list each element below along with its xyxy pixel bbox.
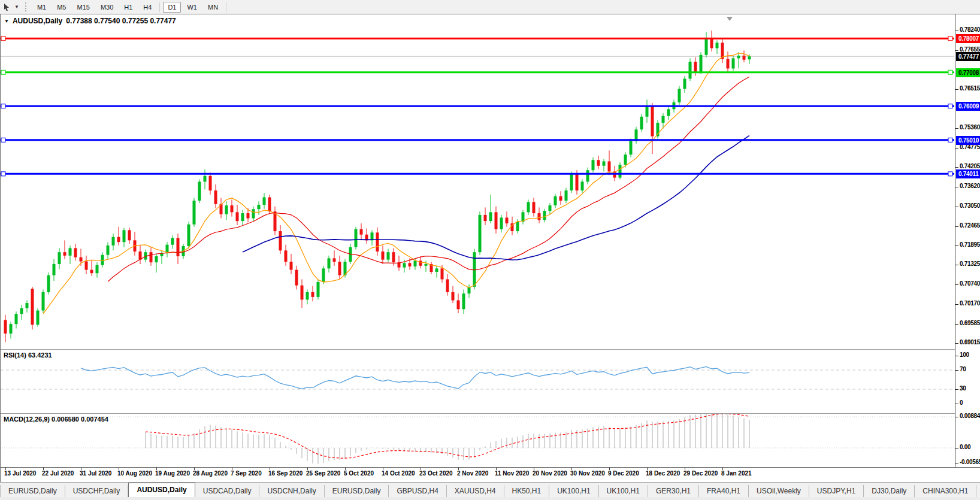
rsi-tick-label: 30 bbox=[960, 385, 966, 392]
chart-tab-FRA40-H1[interactable]: FRA40,H1 bbox=[699, 485, 749, 497]
price-tick-dash bbox=[955, 167, 958, 168]
chart-tab-DJ30-Daily[interactable]: DJ30,Daily bbox=[864, 485, 915, 497]
date-tick-label: 22 Jul 2020 bbox=[42, 470, 74, 477]
price-tick-dash bbox=[955, 343, 958, 344]
price-tick-dash bbox=[955, 50, 958, 51]
price-tick-dash bbox=[955, 324, 958, 325]
timeframe-button-MN[interactable]: MN bbox=[203, 2, 223, 13]
price-tick-dash bbox=[955, 246, 958, 246]
chart-tab-UK100-H1[interactable]: UK100,H1 bbox=[549, 485, 598, 497]
price-tick-dash bbox=[955, 207, 958, 207]
chart-tab-XAUUSD-H4[interactable]: XAUUSD,H4 bbox=[447, 485, 504, 497]
macd-tick-label: 0.00884 bbox=[960, 413, 980, 419]
price-tick-label: 0.69015 bbox=[960, 339, 980, 346]
date-tick-label: 30 Nov 2020 bbox=[570, 470, 605, 477]
macd-tick-label: -0.00565 bbox=[960, 459, 980, 465]
price-tick-label: 0.76515 bbox=[960, 85, 980, 92]
toolbar-separator bbox=[226, 2, 226, 12]
rsi-tick-dash bbox=[955, 404, 958, 404]
toolbar-grip[interactable] bbox=[25, 2, 28, 11]
date-tick-label: 20 Nov 2020 bbox=[533, 470, 567, 477]
price-tick-dash bbox=[955, 187, 958, 187]
date-tick-label: 31 Jul 2020 bbox=[80, 470, 111, 477]
level-price-box[interactable]: 0.77008 bbox=[956, 68, 980, 77]
level-price-box[interactable]: 0.78007 bbox=[956, 34, 980, 43]
level-price-box[interactable]: 0.75010 bbox=[956, 136, 980, 145]
price-tick-dash bbox=[955, 284, 958, 285]
price-tick-label: 0.71895 bbox=[960, 241, 980, 248]
chart-tab-GER30-H1[interactable]: GER30,H1 bbox=[648, 485, 699, 497]
timeframe-button-M15[interactable]: M15 bbox=[72, 2, 94, 13]
level-price-box[interactable]: 0.76009 bbox=[956, 102, 980, 111]
chart-tab-USDCAD-Daily[interactable]: USDCAD,Daily bbox=[195, 485, 260, 497]
macd-tick-dash bbox=[955, 448, 958, 449]
price-tick-dash bbox=[955, 148, 958, 149]
rsi-tick-label: 100 bbox=[960, 351, 969, 358]
chart-shift-marker-icon[interactable] bbox=[727, 17, 733, 21]
date-tick-label: 18 Dec 2020 bbox=[646, 470, 680, 477]
chart-tab-USDJPY-H1[interactable]: USDJPY,H1 bbox=[809, 485, 864, 497]
timeframe-button-H4[interactable]: H4 bbox=[138, 2, 156, 13]
price-tick-label: 0.71325 bbox=[960, 260, 980, 267]
date-tick-label: 19 Aug 2020 bbox=[155, 470, 190, 477]
rsi-tick-dash bbox=[955, 370, 958, 371]
timeframe-button-H1[interactable]: H1 bbox=[119, 2, 137, 13]
price-tick-label: 0.73050 bbox=[960, 202, 980, 209]
date-tick-label: 16 Sep 2020 bbox=[268, 470, 303, 477]
rsi-label: RSI(14) 63.4231 bbox=[4, 351, 52, 359]
chart-tab-USOil-[interactable]: USOil, bbox=[976, 485, 980, 497]
date-tick-label: 23 Oct 2020 bbox=[419, 470, 453, 477]
date-axis[interactable]: 13 Jul 202022 Jul 202031 Jul 202010 Aug … bbox=[1, 468, 980, 483]
chart-tab-USDCNH-Daily[interactable]: USDCNH,Daily bbox=[259, 485, 324, 497]
price-tick-label: 0.72465 bbox=[960, 222, 980, 229]
timeframe-toolbar: ▼ M1M5M15M30H1H4D1W1MN bbox=[0, 0, 980, 14]
chart-tab-EURUSD-Daily[interactable]: EURUSD,Daily bbox=[0, 485, 65, 497]
price-tick-dash bbox=[955, 128, 958, 129]
date-tick-label: 13 Jul 2020 bbox=[4, 470, 36, 477]
price-tick-label: 0.78240 bbox=[960, 26, 980, 33]
date-tick-label: 10 Aug 2020 bbox=[117, 470, 152, 477]
price-tick-label: 0.69585 bbox=[960, 320, 980, 326]
timeframe-button-M1[interactable]: M1 bbox=[32, 2, 51, 13]
date-tick-label: 7 Sep 2020 bbox=[231, 470, 262, 477]
chart-tab-bar: EURUSD,DailyUSDCHF,DailyAUDUSD,DailyUSDC… bbox=[0, 482, 980, 497]
timeframe-button-D1[interactable]: D1 bbox=[163, 2, 181, 13]
candlestick-plot[interactable] bbox=[1, 14, 955, 350]
price-tick-label: 0.70170 bbox=[960, 300, 980, 307]
chart-tab-GBPUSD-H4[interactable]: GBPUSD,H4 bbox=[389, 485, 446, 497]
chart-tab-AUDUSD-Daily[interactable]: AUDUSD,Daily bbox=[128, 483, 195, 497]
date-tick-label: 2 Nov 2020 bbox=[457, 470, 488, 477]
chart-tab-HK50-H1[interactable]: HK50,H1 bbox=[504, 485, 550, 497]
date-tick-label: 9 Dec 2020 bbox=[608, 470, 639, 477]
price-tick-label: 0.74205 bbox=[960, 163, 980, 169]
chart-title[interactable]: ▼ AUDUSD,Daily 0.77388 0.77540 0.77255 0… bbox=[4, 17, 176, 25]
chart-tab-EURUSD-Daily[interactable]: EURUSD,Daily bbox=[325, 485, 389, 497]
chart-window: ▼ AUDUSD,Daily 0.77388 0.77540 0.77255 0… bbox=[0, 14, 980, 482]
price-tick-label: 0.70740 bbox=[960, 280, 980, 287]
chart-tab-USDCHF-Daily[interactable]: USDCHF,Daily bbox=[65, 485, 129, 497]
rsi-plot[interactable] bbox=[1, 350, 955, 414]
chart-tab-UK100-H1[interactable]: UK100,H1 bbox=[599, 485, 648, 497]
macd-tick-label: 0.00 bbox=[960, 444, 970, 450]
timeframe-button-M5[interactable]: M5 bbox=[52, 2, 71, 13]
cursor-tool-icon[interactable] bbox=[0, 3, 12, 11]
rsi-tick-dash bbox=[955, 356, 958, 356]
timeframe-button-W1[interactable]: W1 bbox=[182, 2, 202, 13]
price-tick-dash bbox=[955, 304, 958, 305]
toolbar-separator bbox=[159, 2, 160, 12]
chart-symbol-label: AUDUSD,Daily bbox=[13, 17, 62, 25]
macd-plot[interactable] bbox=[1, 414, 955, 468]
timeframe-button-M30[interactable]: M30 bbox=[96, 2, 118, 13]
price-tick-dash bbox=[955, 226, 958, 227]
date-tick-label: 8 Jan 2021 bbox=[721, 470, 752, 477]
price-tick-dash bbox=[955, 31, 958, 31]
dropdown-caret-icon[interactable]: ▼ bbox=[12, 4, 22, 10]
mt4-terminal: { "toolbar": { "timeframes": [ {"label":… bbox=[0, 0, 980, 500]
rsi-tick-label: 70 bbox=[960, 366, 966, 372]
chart-ohlc-values: 0.77388 0.77540 0.77255 0.77477 bbox=[66, 17, 176, 25]
collapse-caret-icon[interactable]: ▼ bbox=[4, 19, 9, 24]
chart-tab-USOil-Weekly[interactable]: USOil,Weekly bbox=[749, 485, 809, 497]
level-price-box[interactable]: 0.74011 bbox=[956, 169, 980, 178]
macd-label: MACD(12,26,9) 0.006580 0.007454 bbox=[4, 416, 108, 423]
chart-tab-CHINA300-H1[interactable]: CHINA300,H1 bbox=[915, 485, 976, 497]
